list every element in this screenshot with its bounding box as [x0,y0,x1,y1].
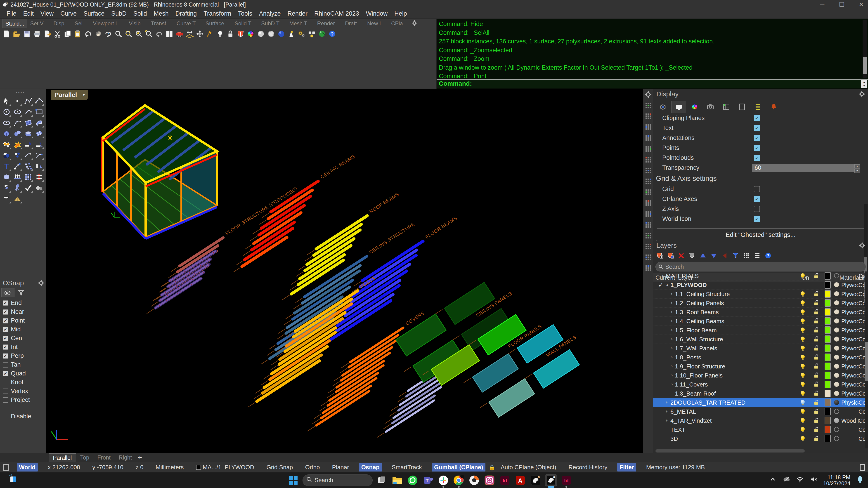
layer-color-swatch[interactable] [825,426,831,433]
export-icon[interactable] [42,29,52,39]
lock-icon[interactable] [226,29,235,39]
rotate-view-icon[interactable] [103,29,113,39]
taskbar-acrobat-icon[interactable]: A [514,474,526,486]
status-world[interactable]: World [17,463,38,471]
layer-lock-icon[interactable] [814,372,819,378]
menu-help[interactable]: Help [391,10,410,17]
layer-visibility-bulb-icon[interactable] [801,409,805,414]
tray-clock[interactable]: 11:18 PM10/27/2024 [823,474,850,486]
layer-visibility-bulb-icon[interactable] [801,427,805,432]
layer-color-swatch[interactable] [825,317,831,325]
layer-lock-icon[interactable] [814,336,819,342]
taskbar-rhino-icon[interactable]: 8 [530,474,542,486]
layer-material-name[interactable]: Plywoo [841,354,859,361]
layer-visibility-bulb-icon[interactable] [801,391,805,396]
layer-visibility-bulb-icon[interactable] [801,418,805,423]
flag-icon[interactable] [287,29,296,39]
layer-expander-closed-icon[interactable]: ▹ [671,364,673,368]
tray-onedrive-icon[interactable] [782,476,790,485]
layer-row-1-8_posts[interactable]: ▹1.8_PostsPlywooCo [653,353,868,362]
layer-lock-icon[interactable] [814,300,819,306]
tray-wifi-icon[interactable] [796,476,804,485]
taskbar-slack-icon[interactable] [437,474,450,486]
tool-split-icon[interactable] [34,139,44,150]
layer-visibility-bulb-icon[interactable] [801,436,805,442]
layer-lock-icon[interactable] [814,273,819,279]
osnap-checkbox-tan[interactable] [3,362,8,367]
osnap-checkbox-vertex[interactable] [3,389,8,394]
viewport-tab-parallel[interactable]: Parallel [49,453,76,462]
osnap-checkbox-mid[interactable]: ✓ [3,327,8,332]
layer-expander-closed-icon[interactable]: ▹ [671,327,673,332]
viewport-layout-icon[interactable] [164,29,174,39]
tool-arc-extend-icon[interactable] [34,150,44,161]
layer-material-sphere-icon[interactable] [834,327,839,332]
layer-lock-icon[interactable] [814,382,819,387]
layer-row-2douglas_tar-treated[interactable]: ▹2DOUGLAS_TAR TREATEDPhysicaCo [653,398,868,407]
menu-analyze[interactable]: Analyze [255,10,284,17]
layers-search-input[interactable] [665,263,850,270]
status-ma-1_plywood[interactable]: MA.../1_PLYWOOD [194,463,257,471]
layer-row-1-11_covers[interactable]: ▹1.11_CoversPlywooCo [653,380,868,389]
layer-material-sphere-icon[interactable] [834,346,839,351]
close-button[interactable]: ✕ [857,0,866,9]
status-record-history[interactable]: Record History [566,463,610,471]
menu-view[interactable]: View [37,10,57,17]
tool-pyramid-icon[interactable] [12,193,23,204]
tool-array-objects-icon[interactable] [23,161,34,171]
tool-person-walk-icon[interactable] [12,183,23,193]
dock-shade-grid-icon[interactable] [644,123,652,131]
shaded-view-icon[interactable] [256,29,266,39]
named-views-icon[interactable] [175,29,184,39]
display-tab-monitor[interactable] [671,101,686,113]
osnap-checkbox-disable[interactable] [3,414,8,419]
dock-ghost-grid-icon[interactable] [644,134,652,142]
status-smarttrack[interactable]: SmartTrack [390,463,424,471]
save-file-icon[interactable] [22,29,32,39]
layer-color-swatch[interactable] [825,354,831,361]
display-tab-grid-paper[interactable] [719,101,734,113]
menu-file[interactable]: File [3,10,20,17]
layer-lock-icon[interactable] [814,346,819,351]
layer-lock-icon[interactable] [814,391,819,396]
layer-row-1-1_ceiling-structure[interactable]: ▹1.1_Ceiling StructurePlywooCo [653,290,868,299]
layer-linetype[interactable]: Co [859,390,866,397]
display-tab-window[interactable] [735,101,749,113]
layer-visibility-bulb-icon[interactable] [801,300,805,306]
command-prompt[interactable]: Command: ▲▼ [437,79,868,88]
menu-mesh[interactable]: Mesh [150,10,172,17]
tool-arc-blend-icon[interactable] [23,150,34,161]
layer-row-3d[interactable]: 3DCo [653,434,868,443]
tool-point-icon[interactable] [12,96,23,106]
layer-material-sphere-icon[interactable] [834,364,839,369]
dock-solid-grid-icon[interactable] [644,188,652,196]
tool-spheres-icon[interactable] [12,128,23,139]
toolbar-tab-draft[interactable]: Draft... [342,19,364,28]
layers-tool-filter-funnel[interactable] [732,252,739,260]
layer-expander-closed-icon[interactable]: ▹ [671,373,673,378]
tool-curved-surface-icon[interactable] [34,117,44,128]
layers-tool-new-sublayer[interactable] [667,252,674,260]
layer-row-1_plywood[interactable]: ✓▴1_PLYWOODPlywooCo [653,281,868,290]
move-icon[interactable] [195,29,205,39]
tool-block-red-icon[interactable] [34,171,44,183]
display-tab-list[interactable] [750,101,765,113]
viewport-tab-right[interactable]: Right [115,453,136,462]
viewport-canvas[interactable]: CEILING BEAMSROOF BEAMSFLOOR STRUCTURE (… [46,89,643,453]
status-millimeters[interactable]: Millimeters [153,463,186,471]
menu-edit[interactable]: Edit [20,10,37,17]
tool-mirror-icon[interactable] [34,161,44,171]
taskbar-instagram-icon[interactable] [484,474,496,486]
undo-icon[interactable] [83,29,93,39]
layer-visibility-bulb-icon[interactable] [801,364,805,369]
earth-icon[interactable] [317,29,327,39]
dock-dim-grid-icon[interactable] [644,210,652,218]
status-memory-use-1129-mb[interactable]: Memory use: 1129 MB [644,463,707,471]
tool-polygon-icon[interactable] [1,117,12,128]
layer-lock-icon[interactable] [814,354,819,360]
layer-visibility-bulb-icon[interactable] [801,310,805,315]
tool-text-icon[interactable]: T [1,161,12,171]
layer-visibility-bulb-icon[interactable] [801,327,805,333]
layer-material-name[interactable]: Plywoo [841,345,859,352]
toolbar-tab-surface[interactable]: Surface... [203,19,232,28]
